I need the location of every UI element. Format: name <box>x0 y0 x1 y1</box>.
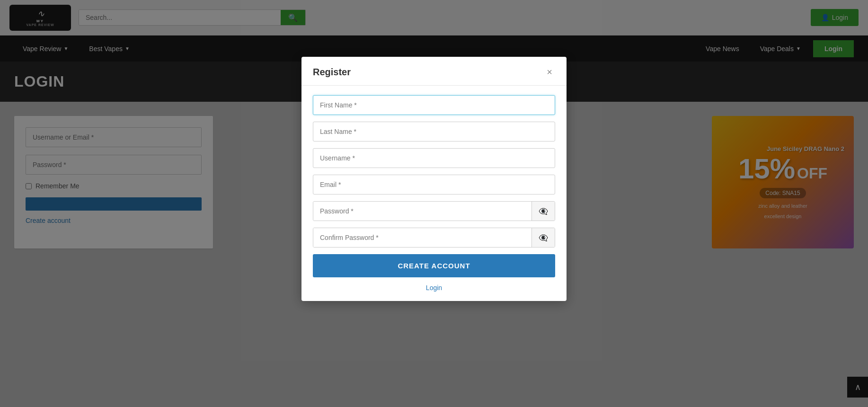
eye-off-icon: 👁‍🗨 <box>539 207 548 215</box>
password-modal-input[interactable] <box>313 202 531 221</box>
username-modal-input[interactable] <box>313 148 555 168</box>
first-name-input[interactable] <box>313 95 555 115</box>
confirm-password-field: 👁‍🗨 <box>313 228 555 248</box>
create-account-button[interactable]: CREATE ACCOUNT <box>313 254 555 277</box>
modal-title: Register <box>313 67 351 78</box>
last-name-input[interactable] <box>313 122 555 142</box>
modal-login-link[interactable]: Login <box>313 284 555 292</box>
last-name-field <box>313 122 555 142</box>
email-input[interactable] <box>313 175 555 195</box>
confirm-password-input[interactable] <box>313 228 531 247</box>
modal-body: 👁‍🗨 👁‍🗨 CREATE ACCOUNT Login <box>301 86 567 301</box>
password-modal-field: 👁‍🗨 <box>313 201 555 221</box>
password-eye-button[interactable]: 👁‍🗨 <box>531 202 555 221</box>
username-modal-field <box>313 148 555 168</box>
eye-off-icon: 👁‍🗨 <box>539 234 548 242</box>
first-name-field <box>313 95 555 115</box>
modal-overlay: Register × 👁‍🗨 <box>0 0 868 407</box>
confirm-password-wrapper: 👁‍🗨 <box>313 228 555 248</box>
modal-header: Register × <box>301 57 567 86</box>
password-wrapper: 👁‍🗨 <box>313 201 555 221</box>
register-modal: Register × 👁‍🗨 <box>301 57 567 301</box>
confirm-password-eye-button[interactable]: 👁‍🗨 <box>531 228 555 247</box>
modal-close-button[interactable]: × <box>544 66 555 78</box>
email-field <box>313 175 555 195</box>
